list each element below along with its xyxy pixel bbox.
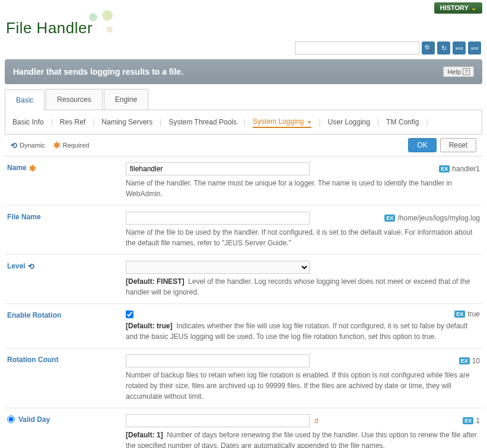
- xml-import-icon: xml: [456, 46, 463, 51]
- decor-icon: [89, 13, 97, 21]
- help-label: Help: [447, 68, 461, 75]
- label-name: Name ✱: [7, 162, 120, 199]
- refresh-icon: ↻: [441, 44, 447, 52]
- rotation-count-desc: Number of backup files to retain when lo…: [126, 370, 480, 402]
- subtab-tm-config[interactable]: TM Config: [386, 117, 419, 127]
- label-enable-rotation: Enable Rotation: [7, 310, 120, 342]
- help-button[interactable]: Help ?: [443, 66, 474, 77]
- enable-rotation-desc: [Default: true] Indicates whether the fi…: [126, 321, 480, 342]
- decor-icon: [102, 10, 113, 21]
- example-text: true: [467, 310, 480, 318]
- search-icon-button[interactable]: 🔍: [422, 41, 435, 55]
- label-level: Level ⟲: [7, 261, 120, 297]
- page-title: File Handler: [6, 19, 93, 37]
- subtab-naming-servers[interactable]: Naming Servers: [101, 117, 152, 127]
- reset-button[interactable]: Reset: [440, 138, 476, 152]
- file-name-desc: Name of the file to be used by the handl…: [126, 227, 480, 248]
- example-text: 10: [472, 357, 480, 365]
- example-badge: EX: [454, 311, 465, 318]
- example-badge: EX: [459, 357, 470, 364]
- search-input[interactable]: [295, 41, 419, 55]
- example-badge: EX: [463, 417, 473, 424]
- legend-required: ✱Required: [53, 140, 90, 150]
- example-text: 1: [476, 417, 480, 425]
- valid-day-desc: [Default: 1] Number of days before renew…: [126, 430, 480, 448]
- tab-resources[interactable]: Resources: [46, 89, 102, 110]
- chevron-down-icon: ⌄: [471, 4, 476, 11]
- dynamic-icon: ⟲: [11, 141, 17, 150]
- example-text: /home/jeus/logs/mylog.log: [397, 214, 480, 222]
- subtab-system-logging[interactable]: System Logging ▼: [253, 116, 311, 128]
- unit-label: d: [314, 417, 319, 425]
- level-desc: [Default: FINEST] Level of the handler. …: [126, 276, 480, 297]
- banner-description: Handler that sends logging results to a …: [13, 67, 183, 76]
- help-icon: ?: [463, 68, 470, 75]
- subtab-user-logging[interactable]: User Logging: [328, 117, 370, 127]
- subtab-system-thread-pools[interactable]: System Thread Pools: [168, 117, 237, 127]
- xml-export-icon: xml: [471, 46, 478, 51]
- name-desc: Name of the handler. The name must be un…: [126, 178, 480, 199]
- level-select[interactable]: [126, 261, 310, 274]
- search-icon: 🔍: [424, 44, 432, 52]
- example-badge: EX: [439, 165, 450, 172]
- tab-engine[interactable]: Engine: [104, 89, 148, 110]
- file-name-input[interactable]: [126, 212, 310, 225]
- dynamic-icon: ⟲: [28, 262, 34, 271]
- subtab-res-ref[interactable]: Res Ref: [60, 117, 85, 127]
- rotation-count-input[interactable]: [126, 354, 310, 367]
- example-text: handler1: [452, 165, 480, 173]
- name-input[interactable]: [126, 162, 310, 175]
- required-icon: ✱: [53, 140, 61, 150]
- tab-basic[interactable]: Basic: [5, 89, 44, 110]
- example-badge: EX: [384, 215, 395, 222]
- ok-button[interactable]: OK: [408, 138, 436, 152]
- valid-day-radio[interactable]: [7, 415, 15, 423]
- dropdown-indicator-icon: ▼: [307, 120, 312, 125]
- xml-export-icon-button[interactable]: xml: [468, 41, 481, 55]
- legend-dynamic: ⟲Dynamic: [11, 141, 45, 150]
- refresh-icon-button[interactable]: ↻: [437, 41, 450, 55]
- history-button[interactable]: HISTORY⌄: [434, 2, 482, 14]
- decor-icon: [107, 27, 113, 33]
- label-valid-day: Valid Day: [7, 414, 120, 448]
- subtab-basic-info[interactable]: Basic Info: [12, 117, 44, 127]
- required-icon: ✱: [29, 164, 36, 173]
- valid-day-input[interactable]: [126, 414, 310, 427]
- enable-rotation-checkbox[interactable]: [126, 311, 133, 318]
- label-rotation-count: Rotation Count: [7, 354, 120, 402]
- xml-import-icon-button[interactable]: xml: [453, 41, 466, 55]
- history-label: HISTORY: [440, 4, 469, 11]
- label-file-name: File Name: [7, 212, 120, 248]
